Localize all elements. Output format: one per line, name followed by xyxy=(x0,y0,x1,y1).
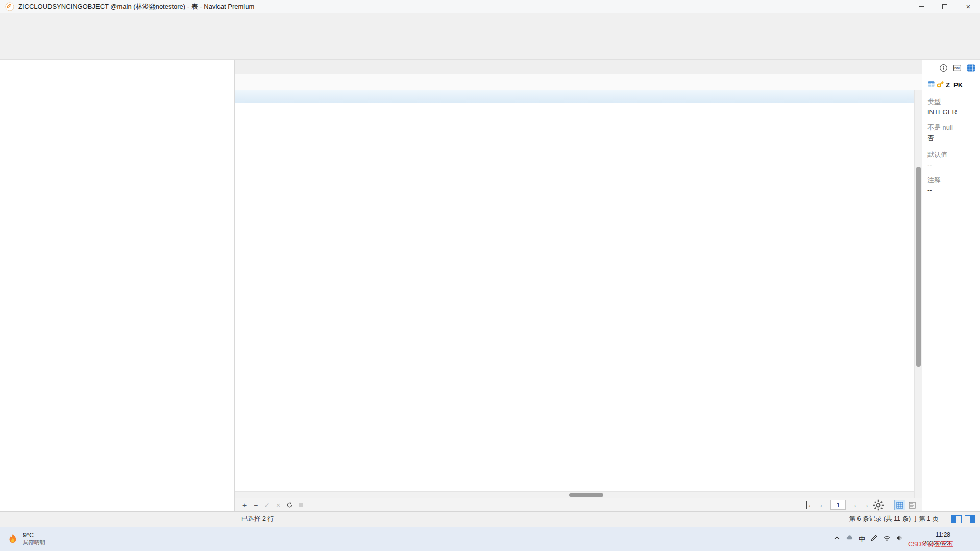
default-value: -- xyxy=(927,161,976,168)
navicat-window: ZICCLOUDSYNCINGOBJECT @main (林浚熙notestor… xyxy=(0,0,980,551)
grid-header xyxy=(235,90,914,103)
grid-footer: + − ✓ × ← ← 1 → → xyxy=(235,498,922,511)
type-label: 类型 xyxy=(927,97,976,107)
primary-key-icon xyxy=(937,80,946,89)
horizontal-scrollbar[interactable] xyxy=(235,491,914,498)
title-bar: ZICCLOUDSYNCINGOBJECT @main (林浚熙notestor… xyxy=(0,0,980,13)
time: 11:28 xyxy=(923,531,950,539)
tray-chevron-up-icon[interactable] xyxy=(833,534,841,544)
tray-pen-icon[interactable] xyxy=(870,534,878,544)
navicat-app-icon xyxy=(5,2,14,11)
notnull-value: 否 xyxy=(927,134,976,143)
comment-value: -- xyxy=(927,186,976,194)
svg-text:DDL: DDL xyxy=(954,67,961,70)
refresh-button[interactable] xyxy=(284,500,295,510)
last-page-button[interactable]: → xyxy=(860,500,872,510)
window-title: ZICCLOUDSYNCINGOBJECT @main (林浚熙notestor… xyxy=(18,2,254,11)
maximize-button[interactable] xyxy=(933,0,957,13)
delete-record-button[interactable]: − xyxy=(250,500,261,510)
csdn-watermark: CSDN @五五五 xyxy=(908,540,953,549)
minimize-button[interactable] xyxy=(910,0,933,13)
default-label: 默认值 xyxy=(927,150,976,159)
column-grid-icon[interactable] xyxy=(966,63,976,73)
apply-changes-button[interactable]: ✓ xyxy=(261,500,273,510)
comment-label: 注释 xyxy=(927,176,976,185)
ime-indicator[interactable]: 中 xyxy=(859,535,865,544)
system-tray: 中 xyxy=(833,534,903,544)
column-name: Z_PK xyxy=(946,81,963,89)
discard-changes-button[interactable]: × xyxy=(273,500,284,510)
v-scroll-thumb[interactable] xyxy=(916,167,921,367)
previous-page-button[interactable]: ← xyxy=(816,500,828,510)
weather-desc: 局部晴朗 xyxy=(23,539,45,546)
notnull-label: 不是 null xyxy=(927,123,976,132)
main-toolbar xyxy=(0,27,980,60)
weather-temp: 9°C xyxy=(23,532,45,539)
record-position-status: 第 6 条记录 (共 11 条) 于第 1 页 xyxy=(842,512,946,527)
tray-network-icon[interactable] xyxy=(883,534,891,544)
weather-icon xyxy=(6,533,19,546)
tray-volume-icon[interactable] xyxy=(896,534,903,544)
pagination: ← ← 1 → → xyxy=(804,500,918,510)
table-icon xyxy=(927,80,937,89)
grid-view-button[interactable] xyxy=(894,500,905,510)
ddl-icon[interactable]: DDL xyxy=(952,63,962,73)
info-icon[interactable] xyxy=(938,63,948,73)
menu-bar xyxy=(0,13,980,27)
status-bar: 已选择 2 行 第 6 条记录 (共 11 条) 于第 1 页 xyxy=(0,511,980,527)
first-page-button[interactable]: ← xyxy=(804,500,816,510)
toggle-right-pane-button[interactable] xyxy=(965,515,975,523)
vertical-scrollbar[interactable] xyxy=(914,90,922,498)
object-info-panel: DDL Z_PK 类型 INTEGER 不是 null 否 默认值 -- xyxy=(922,60,980,511)
toggle-left-pane-button[interactable] xyxy=(951,515,962,523)
tray-cloud-icon[interactable] xyxy=(846,534,853,544)
selected-column-title: Z_PK xyxy=(927,80,976,89)
page-settings-gear-icon[interactable] xyxy=(872,500,885,510)
stop-button[interactable] xyxy=(295,500,306,510)
page-number-input[interactable]: 1 xyxy=(830,500,846,510)
next-page-button[interactable]: → xyxy=(848,500,860,510)
type-value: INTEGER xyxy=(927,108,976,116)
selection-status: 已选择 2 行 xyxy=(241,515,274,523)
connection-tree xyxy=(0,60,235,511)
close-button[interactable]: × xyxy=(957,0,980,13)
form-view-button[interactable] xyxy=(906,500,918,510)
h-scroll-thumb[interactable] xyxy=(569,493,603,497)
add-record-button[interactable]: + xyxy=(239,500,250,510)
windows-taskbar: 9°C 局部晴朗 中 11:28 2022/7/23 CSDN @五五五 xyxy=(0,527,980,551)
grid-rows xyxy=(235,103,914,491)
tab-bar xyxy=(235,60,922,74)
weather-widget[interactable]: 9°C 局部晴朗 xyxy=(6,532,45,546)
table-toolbar xyxy=(235,74,922,90)
